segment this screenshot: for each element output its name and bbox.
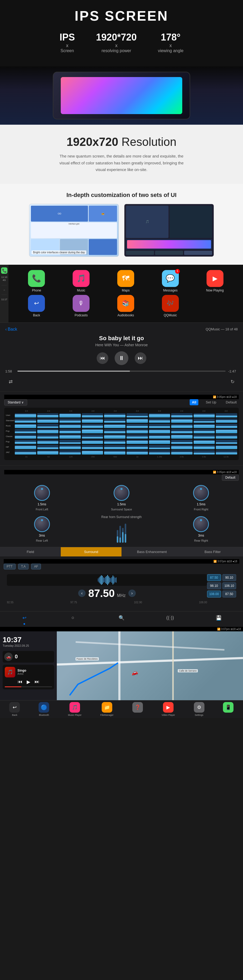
- save-icon[interactable]: 💾: [215, 614, 223, 622]
- wb16: [114, 577, 114, 584]
- app-phone[interactable]: 📞 Phone: [16, 270, 57, 292]
- app-maps[interactable]: 🗺 Maps: [106, 270, 146, 292]
- radio-preset-1[interactable]: 87.50: [207, 574, 221, 581]
- radio-bottom-circle[interactable]: ○: [69, 614, 77, 625]
- eq-preset-button[interactable]: Standard ∨: [4, 399, 27, 406]
- radio-bottom-save[interactable]: 💾: [215, 614, 223, 625]
- music-shuffle-button[interactable]: ⇄: [5, 376, 16, 387]
- app-podcasts[interactable]: 🎙 Podcasts: [61, 295, 101, 317]
- music-progress-bar[interactable]: [17, 371, 226, 372]
- radio-af-button[interactable]: AF: [31, 563, 41, 570]
- music-next-button[interactable]: ⏭: [135, 352, 146, 364]
- radio-preset-3[interactable]: 98.10: [207, 582, 221, 589]
- eq-freq-columns: [15, 413, 237, 455]
- app-icon-podcasts[interactable]: 🎙: [73, 295, 90, 312]
- nav-app-bluetooth[interactable]: 🔵 Bluetooth: [39, 702, 49, 716]
- app-icon-audiobooks[interactable]: 📚: [117, 295, 134, 312]
- nav-app-icon-video[interactable]: ▶: [163, 702, 174, 713]
- radio-preset-2[interactable]: 90.10: [222, 574, 237, 581]
- radio-preset-4[interactable]: 106.10: [222, 582, 237, 589]
- nav-odo-value: 0: [15, 654, 18, 660]
- nav-app-phone[interactable]: 📱: [223, 702, 234, 716]
- knob-label-rr: Rear Right: [194, 539, 208, 542]
- music-repeat-button[interactable]: ↻: [227, 376, 238, 387]
- nav-next-icon[interactable]: ⏭: [35, 679, 39, 685]
- radio-bottom-search[interactable]: 🔍: [117, 614, 126, 625]
- radio-bottom-signal[interactable]: ((·)): [166, 614, 174, 625]
- nav-progress-bar[interactable]: [5, 686, 52, 687]
- radio-bottom-back[interactable]: ↩: [20, 614, 28, 625]
- circle-icon[interactable]: ○: [69, 614, 77, 622]
- ui-screenshot-2: 🎵: [124, 204, 214, 257]
- nav-app-icon-music[interactable]: 🎵: [69, 702, 80, 713]
- nav-app-files[interactable]: 📁 FileManager: [100, 702, 114, 716]
- v-slider-3[interactable]: [122, 528, 124, 542]
- knob-front-left-control[interactable]: [34, 485, 50, 501]
- app-messages[interactable]: 💬 5 Messages: [150, 270, 191, 292]
- chevron-left-icon: ‹: [5, 327, 6, 332]
- nav-app-icon-settings[interactable]: ⚙: [194, 702, 204, 713]
- eq-tab-surround[interactable]: Surround: [61, 547, 122, 557]
- radio-preset-5[interactable]: 108.00: [207, 590, 221, 598]
- eq-tab-all[interactable]: All: [189, 399, 198, 405]
- nav-play-icon[interactable]: ▶: [27, 679, 30, 685]
- eq-tab-bass-enhance[interactable]: Bass Enhancement: [122, 547, 182, 557]
- app-icon-qqmusic[interactable]: 🎶: [162, 295, 179, 312]
- signal-icon[interactable]: ((·)): [166, 614, 174, 622]
- nav-app-label-music: Music Player: [68, 714, 82, 716]
- app-back[interactable]: ↩ Back: [16, 295, 57, 317]
- knob-surround-space-control[interactable]: [114, 485, 129, 501]
- nav-time-area: 10:37 Tuesday 2022.09.25: [3, 634, 54, 649]
- nav-app-unknown[interactable]: ❓: [133, 702, 143, 716]
- eq-tab-bass-filter[interactable]: Bass Filter: [182, 547, 243, 557]
- music-back-button[interactable]: ‹ Back: [5, 327, 17, 332]
- eq-tab-default[interactable]: Default: [224, 399, 239, 405]
- back-icon[interactable]: ↩: [20, 614, 28, 622]
- navigation-section: 📶 3:07pm ⊞18 ●18 10:37 Tuesday 2022.09.2…: [0, 627, 243, 700]
- nav-app-icon-bluetooth[interactable]: 🔵: [39, 702, 49, 713]
- app-icon-empty: [207, 295, 224, 312]
- v-slider-1[interactable]: [117, 530, 118, 542]
- nav-prev-icon[interactable]: ⏮: [18, 679, 22, 685]
- radio-ta-button[interactable]: T.A: [18, 563, 28, 570]
- knob-rear-left-control[interactable]: [34, 516, 50, 532]
- radio-next-button[interactable]: ›: [128, 590, 136, 597]
- nav-app-video[interactable]: ▶ Video Player: [162, 702, 175, 716]
- nav-app-icon-back[interactable]: ↩: [9, 702, 20, 713]
- app-now-playing[interactable]: ▶ Now Playing: [195, 270, 235, 292]
- nav-status-text: 📶 3:07pm ⊞18 ●18: [217, 628, 241, 630]
- knob-front-right-control[interactable]: [193, 485, 209, 501]
- app-audiobooks[interactable]: 📚 Audiobooks: [106, 295, 146, 317]
- radio-prev-button[interactable]: ‹: [78, 590, 85, 597]
- surround-default-button[interactable]: Default: [222, 474, 239, 481]
- nav-app-settings[interactable]: ⚙ Settings: [194, 702, 204, 716]
- music-prev-button[interactable]: ⏮: [97, 352, 108, 364]
- app-icon-music[interactable]: 🎵: [73, 270, 90, 287]
- ips-spec-ips: IPS x Screen: [60, 32, 75, 53]
- app-music[interactable]: 🎵 Music: [61, 270, 101, 292]
- music-back-label: Back: [8, 327, 17, 332]
- app-qqmusic[interactable]: 🎶 QQMusic: [150, 295, 191, 317]
- nav-app-music[interactable]: 🎵 Music Player: [68, 702, 82, 716]
- app-icon-messages[interactable]: 💬 5: [162, 270, 179, 287]
- wb5: [102, 576, 103, 584]
- search-icon[interactable]: 🔍: [117, 614, 126, 622]
- nav-app-icon-files[interactable]: 📁: [102, 702, 112, 713]
- app-icon-back[interactable]: ↩: [28, 295, 45, 312]
- nav-app-icon-phone[interactable]: 📱: [223, 702, 234, 713]
- eq-tab-field[interactable]: Field: [0, 547, 61, 557]
- v-slider-2[interactable]: [119, 526, 121, 542]
- radio-preset-6[interactable]: 87.50: [222, 590, 237, 598]
- wb13: [110, 578, 111, 582]
- music-play-pause-button[interactable]: ⏸: [115, 351, 128, 365]
- v-slider-4[interactable]: [125, 523, 126, 542]
- map-label-2: Calle de Serrano: [178, 669, 198, 672]
- app-icon-phone[interactable]: 📞: [28, 270, 45, 287]
- eq-tab-setup[interactable]: Set Up: [204, 399, 218, 405]
- nav-app-icon-unknown[interactable]: ❓: [133, 702, 143, 713]
- knob-rear-right-control[interactable]: [193, 516, 209, 532]
- nav-app-back[interactable]: ↩ Back: [9, 702, 20, 716]
- app-icon-now-playing[interactable]: ▶: [207, 270, 224, 287]
- radio-ptt-button[interactable]: PTT: [4, 563, 16, 570]
- app-icon-maps[interactable]: 🗺: [117, 270, 134, 287]
